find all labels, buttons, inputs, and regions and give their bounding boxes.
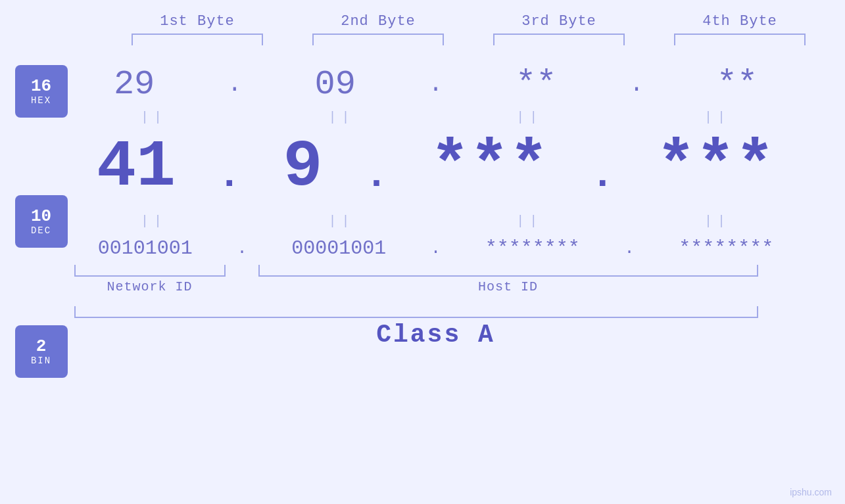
- hex-data-row: 29 . 09 . ** . **: [74, 65, 798, 104]
- equals-row1: || || || ||: [74, 104, 798, 130]
- bin-badge: 2 BIN: [15, 325, 68, 378]
- eq2-b2: ||: [266, 214, 418, 229]
- dec-b3: ***: [430, 130, 548, 204]
- spacer1: [15, 118, 68, 195]
- eq1-b1: ||: [78, 110, 229, 125]
- eq1-b3: ||: [454, 110, 605, 125]
- bracket-byte4: [674, 34, 806, 45]
- bin-dot1: .: [237, 239, 247, 258]
- dec-b4: ***: [656, 130, 775, 204]
- dec-dot2: .: [364, 153, 388, 204]
- top-bracket-row: [107, 34, 831, 45]
- labels-col: 16 HEX 10 DEC 2 BIN: [15, 58, 68, 378]
- bracket-byte3: [493, 34, 625, 45]
- hex-num: 16: [31, 77, 51, 96]
- hex-dot2: .: [429, 71, 443, 98]
- host-id-label: Host ID: [258, 279, 758, 294]
- bracket-host: [258, 265, 758, 277]
- dec-data-row: 41 . 9 . *** . ***: [74, 130, 798, 204]
- id-label-row: Network ID Host ID: [74, 279, 798, 294]
- bin-b3: ********: [485, 237, 580, 260]
- watermark: ipshu.com: [790, 487, 832, 497]
- network-id-label: Network ID: [74, 279, 226, 294]
- bin-b2: 00001001: [291, 237, 386, 260]
- hex-badge: 16 HEX: [15, 65, 68, 118]
- main-container: 1st Byte 2nd Byte 3rd Byte 4th Byte 16 H…: [0, 0, 845, 504]
- bin-base: BIN: [31, 355, 51, 366]
- hex-b4: **: [717, 65, 758, 104]
- hex-b2: 09: [314, 65, 355, 104]
- byte-headers: 1st Byte 2nd Byte 3rd Byte 4th Byte: [107, 13, 831, 30]
- hex-b3: **: [516, 65, 556, 104]
- bin-dot2: .: [431, 239, 441, 258]
- eq1-b2: ||: [266, 110, 418, 125]
- dec-base: DEC: [31, 225, 51, 236]
- class-bracket-row: [74, 306, 798, 318]
- dec-b2: 9: [283, 130, 323, 204]
- class-a-label: Class A: [74, 321, 798, 349]
- dec-dot3: .: [591, 153, 614, 204]
- eq2-b3: ||: [454, 214, 605, 229]
- dec-badge: 10 DEC: [15, 195, 68, 248]
- dec-dot1: .: [218, 153, 241, 204]
- bin-b1: 00101001: [98, 237, 193, 260]
- bracket-network: [74, 265, 226, 277]
- dec-num: 10: [31, 207, 51, 226]
- bin-num: 2: [36, 337, 47, 356]
- hex-dot3: .: [629, 71, 644, 98]
- bracket-byte2: [312, 34, 444, 45]
- byte3-header: 3rd Byte: [483, 13, 635, 30]
- bin-dot3: .: [624, 239, 635, 258]
- byte4-header: 4th Byte: [664, 13, 815, 30]
- hex-dot1: .: [228, 71, 242, 98]
- data-area: 29 . 09 . ** . ** || || || || 41: [74, 58, 831, 349]
- hex-b1: 29: [114, 65, 155, 104]
- byte2-header: 2nd Byte: [302, 13, 454, 30]
- bin-b4: ********: [679, 237, 773, 260]
- bracket-class-a: [74, 306, 758, 318]
- bottom-bracket-row: [74, 265, 798, 277]
- dec-b1: 41: [97, 130, 176, 204]
- bin-data-row: 00101001 . 00001001 . ******** . *******…: [74, 237, 798, 260]
- equals-row2: || || || ||: [74, 204, 798, 237]
- spacer2: [15, 248, 68, 325]
- eq1-b4: ||: [642, 110, 793, 125]
- byte1-header: 1st Byte: [122, 13, 273, 30]
- eq2-b1: ||: [78, 214, 229, 229]
- bracket-byte1: [132, 34, 263, 45]
- hex-base: HEX: [31, 95, 51, 106]
- eq2-b4: ||: [642, 214, 793, 229]
